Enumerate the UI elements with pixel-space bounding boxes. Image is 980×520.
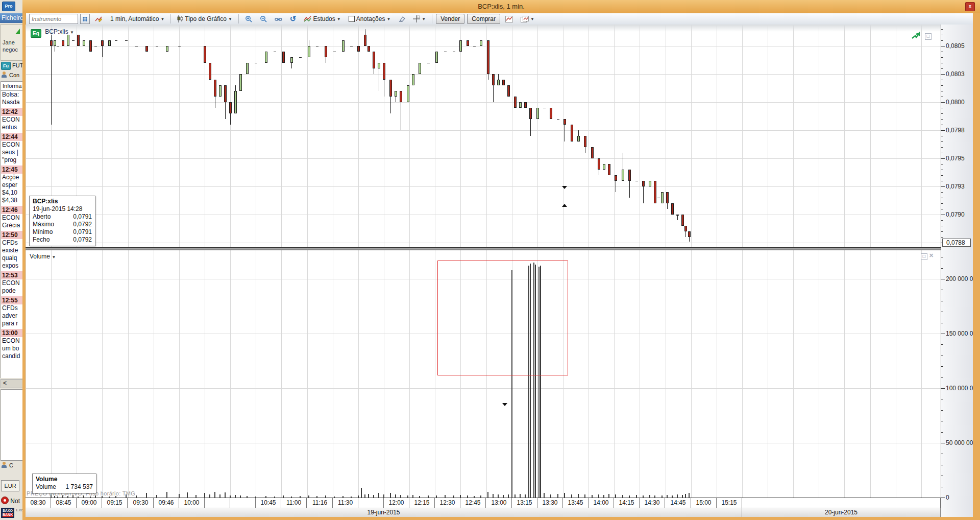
grid-line [844,25,845,247]
candle-flat [299,57,302,58]
news-timestamp: 12:53 [1,271,23,279]
marker-up-icon [562,204,567,207]
candle-flat [135,46,138,46]
candle [373,52,375,68]
instrument-input[interactable] [29,14,78,24]
close-pane-icon[interactable]: ✕ [928,253,934,258]
ohlc-row: Fecho0,0792 [33,236,92,244]
symbol-label[interactable]: Eq BCP:xlis ▼ [31,28,74,38]
axis-tick [941,237,943,238]
axis-tick [941,153,943,153]
link-charts-button[interactable] [272,15,285,23]
price-axis[interactable]: 0,08050,08030,08000,07980,07950,07930,07… [941,25,973,517]
volume-bar [608,494,609,498]
studies-dropdown[interactable]: Estudos ▼ [301,14,343,23]
price-axis-label: 0,0803 [946,70,965,78]
tab-informacao[interactable]: Informa [1,81,23,91]
restore-pane-icon[interactable]: ▢ [921,253,927,260]
axis-tick [941,220,943,221]
candle [389,80,392,97]
volume-pane[interactable]: Volume ▼ ▢ ✕ [26,250,941,498]
news-feed[interactable]: Bolsa:Nasda12:42ECONentus12:44ECONseus |… [1,91,23,378]
crosshair-dropdown[interactable]: ▼ [410,14,428,23]
restore-pane-icon[interactable]: ▢ [925,33,932,40]
chart-presets-dropdown[interactable]: ▼ [518,15,537,23]
axis-tick [941,113,943,114]
grid-line [793,250,794,498]
price-axis-label: 0,0790 [946,211,965,218]
candle-flat [94,46,97,46]
grid-line [614,250,615,498]
volume-bar [378,493,379,498]
news-text-line: expos [1,262,23,270]
volume-bar [578,494,579,498]
scroll-left-button[interactable]: < [1,379,23,388]
volume-tooltip: Volume Volume1 734 537 [32,474,96,493]
grid-line [281,250,282,498]
time-axis[interactable]: 08:3008:4509:0009:1509:3009:4610:0010:45… [26,498,941,508]
volume-bar [520,494,521,498]
axis-tick [941,312,943,312]
currency-button[interactable]: EUR [1,480,19,491]
time-cell: 13:30 [537,498,563,508]
edit-chart-button[interactable] [92,14,105,23]
chart-type-dropdown[interactable]: Tipo de Gráfico ▼ [175,14,235,23]
trend-arrow-icon[interactable] [911,32,921,40]
time-cell: 14:45 [666,498,691,508]
interval-dropdown[interactable]: 1 min, Automático ▼ [108,14,167,23]
window-border-left [22,13,26,517]
candle [166,46,168,52]
grid-line [26,102,941,103]
trade-module-panel[interactable]: Janenegoc [1,24,23,61]
sell-button[interactable]: Vender [436,14,464,24]
grid-line [26,130,941,131]
axis-tick [941,334,945,334]
news-text-line: Grécia [1,222,23,229]
annotations-dropdown[interactable]: Anotações ▼ [346,14,394,23]
zoom-out-button[interactable] [257,14,270,23]
grid-line [589,25,589,247]
time-cell: 09:00 [77,498,102,508]
grid-line [460,25,461,247]
instrument-picker-button[interactable] [80,14,90,24]
buy-button[interactable]: Comprar [467,14,500,24]
sidebar-item-contacts[interactable]: Con [1,72,19,78]
grid-line [537,25,538,247]
sidebar-item-futures[interactable]: Fu FUT [1,62,23,70]
menu-ficheiro[interactable]: Ficheiro [0,13,23,23]
grid-line [26,158,941,159]
undo-button[interactable]: ↺ [287,13,299,25]
candle [571,125,573,141]
window-titlebar[interactable]: BCP:xlis, 1 min. x [22,0,980,13]
candle [584,136,586,147]
chevron-down-icon[interactable]: ▼ [52,255,56,259]
price-pane[interactable]: Eq BCP:xlis ▼ ▢ [26,25,941,247]
candle [234,91,237,113]
grid-line [921,25,922,247]
volume-pane-label[interactable]: Volume ▼ [30,253,56,260]
message-box [1,389,23,461]
app-logo-icon[interactable]: Pro [2,2,15,11]
annotation-rectangle[interactable] [437,261,568,375]
notifications-row[interactable]: Not [1,497,23,506]
chevron-down-icon: ▼ [422,17,426,21]
logo-suffix: Exc [16,508,23,512]
chart-settings-button[interactable] [503,15,516,23]
axis-tick [941,257,943,257]
axis-tick [941,29,943,30]
zoom-in-button[interactable] [242,14,255,23]
grid-line [691,250,692,498]
volume-bar [368,494,369,498]
undo-icon: ↺ [290,14,297,23]
chevron-down-icon: ▼ [386,17,390,21]
candle [681,215,684,226]
close-button[interactable]: x [965,2,975,11]
candle [325,46,327,57]
chevron-down-icon[interactable]: ▼ [70,30,74,35]
grid-line [384,25,384,247]
chat-icon-row[interactable]: C [1,462,13,468]
candle [529,108,532,119]
grid-line [128,250,129,498]
eraser-button[interactable] [396,15,408,23]
grid-line [717,250,717,498]
